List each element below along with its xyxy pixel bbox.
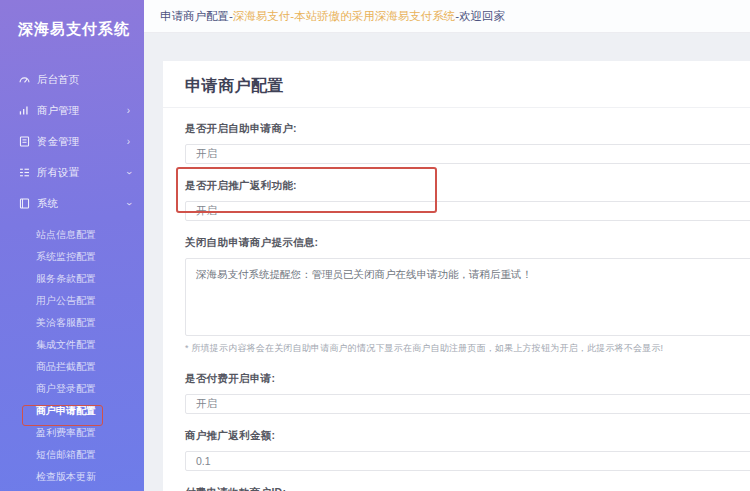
self-apply-select[interactable]: 开启 — [185, 144, 750, 164]
sidebar-item-user-announcement-config[interactable]: 用户公告配置 — [0, 290, 144, 312]
sidebar-item-sms-email-config[interactable]: 短信邮箱配置 — [0, 444, 144, 466]
sidebar: 深海易支付系统 后台首页 商户管理 › 资金管理 › 所有设置 — [0, 0, 144, 491]
chevron-down-icon: › — [123, 202, 133, 205]
close-apply-message-textarea[interactable]: 深海易支付系统提醒您：管理员已关闭商户在线申请功能，请稍后重试！ — [185, 258, 750, 336]
sidebar-item-system[interactable]: 系统 › — [0, 188, 144, 219]
list-icon — [18, 166, 31, 179]
field-hint-text: * 所填提示内容将会在关闭自助申请商户的情况下显示在商户自助注册页面，如果上方按… — [185, 342, 750, 355]
sidebar-item-funds-management[interactable]: 资金管理 › — [0, 126, 144, 157]
sidebar-item-integration-file-config[interactable]: 集成文件配置 — [0, 334, 144, 356]
sidebar-main-menu: 后台首页 商户管理 › 资金管理 › 所有设置 › — [0, 64, 144, 219]
sidebar-item-profit-rate-config[interactable]: 盈利费率配置 — [0, 422, 144, 444]
sidebar-sub-menu: 站点信息配置 系统监控配置 服务条款配置 用户公告配置 美洽客服配置 集成文件配… — [0, 224, 144, 488]
field-label: 是否开启自助申请商户: — [185, 122, 750, 136]
sidebar-item-system-monitor-config[interactable]: 系统监控配置 — [0, 246, 144, 268]
breadcrumb-welcome: -欢迎回家 — [455, 9, 505, 24]
field-label: 是否开启推广返利功能: — [185, 179, 750, 193]
sidebar-item-merchant-login-config[interactable]: 商户登录配置 — [0, 378, 144, 400]
field-label: 是否付费开启申请: — [185, 372, 750, 386]
field-payee-merchant-id: 付费申请收款商户ID: 10000 — [185, 486, 750, 491]
sidebar-item-label: 系统 — [37, 197, 58, 211]
sidebar-item-dashboard[interactable]: 后台首页 — [0, 64, 144, 95]
sidebar-item-label: 商户管理 — [37, 104, 79, 118]
field-label: 商户推广返利金额: — [185, 429, 750, 443]
sidebar-item-site-info-config[interactable]: 站点信息配置 — [0, 224, 144, 246]
breadcrumb-page: 申请商户配置- — [160, 9, 233, 24]
sidebar-item-all-settings[interactable]: 所有设置 › — [0, 157, 144, 188]
settings-form: 是否开启自助申请商户: 开启 是否开启推广返利功能: 开启 关闭自助申请商户提示… — [185, 108, 750, 491]
sidebar-item-product-intercept-config[interactable]: 商品拦截配置 — [0, 356, 144, 378]
sidebar-item-service-terms-config[interactable]: 服务条款配置 — [0, 268, 144, 290]
breadcrumb-site-slogan: 深海易支付-本站骄傲的采用深海易支付系统 — [233, 9, 455, 24]
chevron-down-icon: › — [123, 171, 133, 174]
paid-apply-select[interactable]: 开启 — [185, 394, 750, 414]
field-promo-rebate-toggle: 是否开启推广返利功能: 开启 — [185, 179, 750, 221]
page-title: 申请商户配置 — [185, 76, 750, 97]
settings-card: 申请商户配置 是否开启自助申请商户: 开启 是否开启推广返利功能: 开启 关闭自… — [163, 61, 750, 491]
field-close-apply-message: 关闭自助申请商户提示信息: 深海易支付系统提醒您：管理员已关闭商户在线申请功能，… — [185, 236, 750, 336]
app-title: 深海易支付系统 — [0, 0, 144, 39]
dashboard-icon — [18, 73, 31, 86]
sidebar-item-label: 后台首页 — [37, 73, 79, 87]
sidebar-item-meiqia-service-config[interactable]: 美洽客服配置 — [0, 312, 144, 334]
field-self-apply-toggle: 是否开启自助申请商户: 开启 — [185, 122, 750, 164]
bar-chart-icon — [18, 104, 31, 117]
rebate-amount-input[interactable]: 0.1 — [185, 451, 750, 471]
field-label: 关闭自助申请商户提示信息: — [185, 236, 750, 250]
book-icon — [18, 197, 31, 210]
field-rebate-amount: 商户推广返利金额: 0.1 — [185, 429, 750, 471]
chevron-right-icon: › — [127, 106, 130, 116]
chevron-right-icon: › — [127, 137, 130, 147]
sidebar-item-label: 资金管理 — [37, 135, 79, 149]
ledger-icon — [18, 135, 31, 148]
sidebar-item-merchant-management[interactable]: 商户管理 › — [0, 95, 144, 126]
field-paid-apply-toggle: 是否付费开启申请: 开启 — [185, 372, 750, 414]
sidebar-item-label: 所有设置 — [37, 166, 79, 180]
field-label: 付费申请收款商户ID: — [185, 486, 750, 491]
sidebar-item-check-version-update[interactable]: 检查版本更新 — [0, 466, 144, 488]
promo-rebate-select[interactable]: 开启 — [185, 201, 750, 221]
sidebar-item-merchant-apply-config[interactable]: 商户申请配置 — [0, 400, 144, 422]
topbar: 申请商户配置-深海易支付-本站骄傲的采用深海易支付系统-欢迎回家 — [144, 0, 750, 33]
